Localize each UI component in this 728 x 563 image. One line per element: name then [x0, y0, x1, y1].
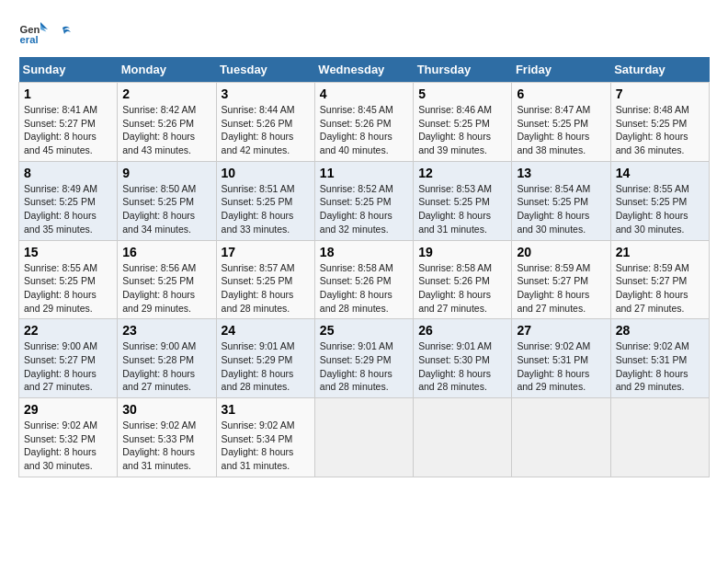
day-info: Sunrise: 8:44 AMSunset: 5:26 PMDaylight:… — [222, 104, 295, 155]
logo-icon: Gen eral — [18, 18, 48, 48]
day-number: 18 — [320, 245, 408, 259]
calendar-cell: 11 Sunrise: 8:52 AMSunset: 5:25 PMDaylig… — [314, 161, 413, 240]
calendar-cell: 1 Sunrise: 8:41 AMSunset: 5:27 PMDayligh… — [19, 83, 118, 162]
calendar-cell: 13 Sunrise: 8:54 AMSunset: 5:25 PMDaylig… — [512, 161, 610, 240]
header-wednesday: Wednesday — [314, 57, 413, 83]
calendar-cell: 15 Sunrise: 8:55 AMSunset: 5:25 PMDaylig… — [19, 240, 118, 319]
day-number: 10 — [222, 166, 310, 180]
header-saturday: Saturday — [610, 57, 709, 83]
calendar-cell: 6 Sunrise: 8:47 AMSunset: 5:25 PMDayligh… — [512, 83, 610, 162]
day-info: Sunrise: 8:49 AMSunset: 5:25 PMDaylight:… — [24, 183, 97, 235]
calendar-table: SundayMondayTuesdayWednesdayThursdayFrid… — [18, 57, 710, 477]
day-info: Sunrise: 9:01 AMSunset: 5:29 PMDaylight:… — [320, 340, 393, 392]
day-info: Sunrise: 8:48 AMSunset: 5:25 PMDaylight:… — [616, 104, 689, 155]
day-number: 9 — [122, 166, 210, 180]
day-number: 7 — [616, 86, 704, 101]
day-number: 1 — [24, 86, 112, 101]
page-header: Gen eral — [18, 18, 710, 48]
day-info: Sunrise: 9:02 AMSunset: 5:33 PMDaylight:… — [122, 419, 196, 471]
day-number: 23 — [122, 323, 210, 338]
day-info: Sunrise: 9:02 AMSunset: 5:31 PMDaylight:… — [517, 340, 590, 392]
calendar-cell: 8 Sunrise: 8:49 AMSunset: 5:25 PMDayligh… — [19, 161, 118, 240]
day-info: Sunrise: 9:00 AMSunset: 5:28 PMDaylight:… — [122, 340, 196, 392]
calendar-cell: 17 Sunrise: 8:57 AMSunset: 5:25 PMDaylig… — [216, 240, 314, 319]
day-info: Sunrise: 8:52 AMSunset: 5:25 PMDaylight:… — [320, 183, 393, 235]
day-number: 19 — [418, 245, 506, 259]
day-number: 26 — [418, 323, 506, 338]
day-info: Sunrise: 8:47 AMSunset: 5:25 PMDaylight:… — [517, 104, 590, 155]
calendar-week-row: 22 Sunrise: 9:00 AMSunset: 5:27 PMDaylig… — [19, 319, 710, 398]
day-number: 8 — [24, 166, 112, 180]
day-info: Sunrise: 9:02 AMSunset: 5:32 PMDaylight:… — [24, 419, 97, 471]
header-thursday: Thursday — [414, 57, 512, 83]
calendar-cell: 22 Sunrise: 9:00 AMSunset: 5:27 PMDaylig… — [19, 319, 118, 398]
header-sunday: Sunday — [19, 57, 118, 83]
calendar-cell: 10 Sunrise: 8:51 AMSunset: 5:25 PMDaylig… — [216, 161, 314, 240]
calendar-cell: 9 Sunrise: 8:50 AMSunset: 5:25 PMDayligh… — [118, 161, 216, 240]
day-info: Sunrise: 8:58 AMSunset: 5:26 PMDaylight:… — [320, 262, 393, 314]
day-info: Sunrise: 8:46 AMSunset: 5:25 PMDaylight:… — [418, 104, 492, 155]
header-friday: Friday — [512, 57, 610, 83]
day-info: Sunrise: 9:00 AMSunset: 5:27 PMDaylight:… — [24, 340, 97, 392]
calendar-cell: 25 Sunrise: 9:01 AMSunset: 5:29 PMDaylig… — [314, 319, 413, 398]
calendar-cell: 23 Sunrise: 9:00 AMSunset: 5:28 PMDaylig… — [118, 319, 216, 398]
logo-bird-icon — [53, 24, 72, 42]
calendar-cell — [414, 398, 512, 477]
day-info: Sunrise: 8:53 AMSunset: 5:25 PMDaylight:… — [418, 183, 492, 235]
svg-text:Gen: Gen — [20, 24, 40, 35]
day-number: 21 — [616, 245, 704, 259]
day-info: Sunrise: 8:59 AMSunset: 5:27 PMDaylight:… — [616, 262, 689, 314]
calendar-cell: 5 Sunrise: 8:46 AMSunset: 5:25 PMDayligh… — [414, 83, 512, 162]
day-info: Sunrise: 8:45 AMSunset: 5:26 PMDaylight:… — [320, 104, 393, 155]
day-number: 3 — [222, 86, 310, 101]
header-tuesday: Tuesday — [216, 57, 314, 83]
day-info: Sunrise: 8:59 AMSunset: 5:27 PMDaylight:… — [517, 262, 590, 314]
logo: Gen eral — [18, 18, 72, 48]
day-info: Sunrise: 8:58 AMSunset: 5:26 PMDaylight:… — [418, 262, 492, 314]
day-number: 24 — [222, 323, 310, 338]
day-info: Sunrise: 8:50 AMSunset: 5:25 PMDaylight:… — [122, 183, 196, 235]
calendar-cell — [610, 398, 709, 477]
day-number: 11 — [320, 166, 408, 180]
day-number: 25 — [320, 323, 408, 338]
calendar-cell: 26 Sunrise: 9:01 AMSunset: 5:30 PMDaylig… — [414, 319, 512, 398]
day-number: 30 — [122, 402, 210, 417]
header-monday: Monday — [118, 57, 216, 83]
svg-text:eral: eral — [20, 34, 39, 45]
day-number: 31 — [222, 402, 310, 417]
day-info: Sunrise: 9:01 AMSunset: 5:30 PMDaylight:… — [418, 340, 492, 392]
day-number: 29 — [24, 402, 112, 417]
day-info: Sunrise: 9:01 AMSunset: 5:29 PMDaylight:… — [222, 340, 295, 392]
calendar-cell: 12 Sunrise: 8:53 AMSunset: 5:25 PMDaylig… — [414, 161, 512, 240]
calendar-cell: 14 Sunrise: 8:55 AMSunset: 5:25 PMDaylig… — [610, 161, 709, 240]
day-number: 22 — [24, 323, 112, 338]
day-number: 16 — [122, 245, 210, 259]
calendar-header-row: SundayMondayTuesdayWednesdayThursdayFrid… — [19, 57, 710, 83]
day-info: Sunrise: 8:57 AMSunset: 5:25 PMDaylight:… — [222, 262, 295, 314]
calendar-cell — [314, 398, 413, 477]
calendar-week-row: 8 Sunrise: 8:49 AMSunset: 5:25 PMDayligh… — [19, 161, 710, 240]
calendar-cell: 2 Sunrise: 8:42 AMSunset: 5:26 PMDayligh… — [118, 83, 216, 162]
day-number: 15 — [24, 245, 112, 259]
day-number: 5 — [418, 86, 506, 101]
day-info: Sunrise: 9:02 AMSunset: 5:34 PMDaylight:… — [222, 419, 295, 471]
day-info: Sunrise: 8:54 AMSunset: 5:25 PMDaylight:… — [517, 183, 590, 235]
day-number: 6 — [517, 86, 605, 101]
calendar-week-row: 29 Sunrise: 9:02 AMSunset: 5:32 PMDaylig… — [19, 398, 710, 477]
day-info: Sunrise: 8:55 AMSunset: 5:25 PMDaylight:… — [24, 262, 97, 314]
day-number: 28 — [616, 323, 704, 338]
day-info: Sunrise: 8:55 AMSunset: 5:25 PMDaylight:… — [616, 183, 689, 235]
day-info: Sunrise: 8:41 AMSunset: 5:27 PMDaylight:… — [24, 104, 97, 155]
day-number: 20 — [517, 245, 605, 259]
day-info: Sunrise: 9:02 AMSunset: 5:31 PMDaylight:… — [616, 340, 689, 392]
calendar-cell — [512, 398, 610, 477]
calendar-cell: 28 Sunrise: 9:02 AMSunset: 5:31 PMDaylig… — [610, 319, 709, 398]
calendar-cell: 24 Sunrise: 9:01 AMSunset: 5:29 PMDaylig… — [216, 319, 314, 398]
day-info: Sunrise: 8:42 AMSunset: 5:26 PMDaylight:… — [122, 104, 196, 155]
day-number: 17 — [222, 245, 310, 259]
calendar-cell: 21 Sunrise: 8:59 AMSunset: 5:27 PMDaylig… — [610, 240, 709, 319]
day-info: Sunrise: 8:56 AMSunset: 5:25 PMDaylight:… — [122, 262, 196, 314]
day-number: 2 — [122, 86, 210, 101]
day-number: 27 — [517, 323, 605, 338]
calendar-cell: 18 Sunrise: 8:58 AMSunset: 5:26 PMDaylig… — [314, 240, 413, 319]
